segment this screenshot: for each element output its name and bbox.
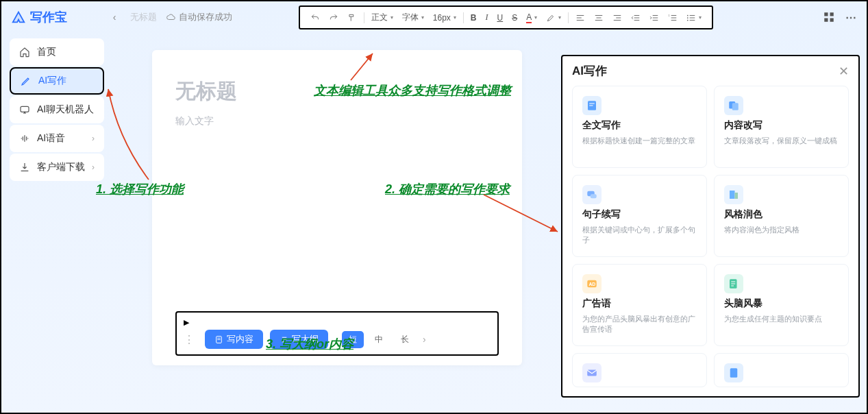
svg-rect-18 <box>587 370 597 376</box>
ai-panel-title: AI写作 <box>572 63 607 79</box>
ai-card-style[interactable]: 风格润色 将内容润色为指定风格 <box>714 175 849 257</box>
ad-icon: AD <box>582 274 602 293</box>
title-input[interactable]: 无标题 <box>175 77 499 106</box>
ai-card-ad[interactable]: AD 广告语 为您的产品头脑风暴出有创意的广告宣传语 <box>572 264 707 346</box>
svg-rect-12 <box>732 103 739 110</box>
redo-button[interactable] <box>327 12 340 24</box>
audio-icon <box>19 133 30 144</box>
length-group: 短 中 长 › <box>342 331 429 348</box>
doc2-icon <box>724 363 743 382</box>
ai-card-brainstorm[interactable]: 头脑风暴 为您生成任何主题的知识要点 <box>714 264 849 346</box>
align-left-button[interactable] <box>573 12 587 24</box>
chevron-right-icon: › <box>92 162 95 172</box>
sidebar-item-label: 客户端下载 <box>37 161 85 173</box>
ai-card-continue[interactable]: 句子续写 根据关键词或中心句，扩展多个句子 <box>572 175 707 257</box>
sidebar-item-download[interactable]: 客户端下载 › <box>10 154 104 181</box>
sidebar-item-ai-voice[interactable]: AI语音 › <box>10 125 104 152</box>
outdent-button[interactable] <box>629 12 643 24</box>
length-short-button[interactable]: 短 <box>342 331 364 348</box>
mail-icon <box>582 363 602 382</box>
indent-button[interactable] <box>647 12 661 24</box>
svg-text:AD: AD <box>589 282 596 287</box>
app-name: 写作宝 <box>30 9 67 25</box>
bullet-list-button[interactable] <box>684 12 704 24</box>
play-icon[interactable]: ▶ <box>184 318 491 327</box>
underline-button[interactable]: U <box>495 12 506 24</box>
body-input[interactable]: 输入文字 <box>175 115 499 127</box>
ai-write-panel: AI写作 ✕ 全文写作 根据标题快速创建一篇完整的文章 内容改写 文章段落改写，… <box>561 55 860 398</box>
chevron-right-icon: › <box>92 134 95 143</box>
sidebar-item-home[interactable]: 首页 <box>10 38 104 66</box>
heading-select[interactable]: 正文 <box>369 10 395 25</box>
ai-card-full-write[interactable]: 全文写作 根据标题快速创建一篇完整的文章 <box>572 86 707 168</box>
editor-toolbar: 正文 字体 16px B I U S A 1 <box>299 5 713 29</box>
align-right-button[interactable] <box>610 12 624 24</box>
app-logo: 写作宝 <box>11 9 67 25</box>
style-icon <box>724 185 743 204</box>
sidebar-item-label: 首页 <box>37 46 56 58</box>
svg-point-8 <box>687 19 689 21</box>
fontsize-select[interactable]: 16px <box>431 12 458 24</box>
format-painter-button[interactable] <box>345 12 359 24</box>
write-outline-button[interactable]: 写大纲 <box>270 330 328 349</box>
svg-point-7 <box>687 17 689 19</box>
length-long-button[interactable]: 长 <box>394 331 416 348</box>
editor-bottom-bar: ▶ ⋮ 写内容 写大纲 短 中 长 › <box>175 311 499 356</box>
home-icon <box>19 47 30 58</box>
length-mid-button[interactable]: 中 <box>368 331 390 348</box>
continue-icon <box>582 185 602 204</box>
back-icon[interactable]: ‹ <box>108 11 121 23</box>
close-icon[interactable]: ✕ <box>839 64 849 79</box>
ai-card-extra2[interactable] <box>714 353 849 387</box>
ai-card-extra1[interactable] <box>572 353 707 387</box>
ai-card-rewrite[interactable]: 内容改写 文章段落改写，保留原义一键成稿 <box>714 86 849 168</box>
download-icon <box>19 162 30 173</box>
write-content-button[interactable]: 写内容 <box>205 330 263 349</box>
sidebar-item-label: AI聊天机器人 <box>37 103 94 116</box>
list-icon <box>280 335 288 344</box>
drag-handle-icon[interactable]: ⋮ <box>184 333 195 346</box>
font-select[interactable]: 字体 <box>400 10 426 25</box>
svg-text:1: 1 <box>669 14 670 16</box>
chat-icon <box>19 104 30 115</box>
rewrite-icon <box>724 96 743 115</box>
sidebar-item-ai-chat[interactable]: AI聊天机器人 <box>10 96 104 123</box>
strike-button[interactable]: S <box>510 12 519 24</box>
bold-button[interactable]: B <box>469 12 479 24</box>
pen-icon <box>21 75 32 86</box>
italic-button[interactable]: I <box>484 11 491 24</box>
ordered-list-button[interactable]: 1 <box>666 12 680 24</box>
sidebar: 首页 AI写作 AI聊天机器人 AI语音 › 客户端下载 › <box>1 33 111 413</box>
text-color-button[interactable]: A <box>524 11 539 25</box>
sidebar-item-label: AI写作 <box>38 75 66 87</box>
doc-blue-icon <box>582 96 602 115</box>
svg-rect-14 <box>591 194 597 198</box>
undo-button[interactable] <box>308 12 322 24</box>
sidebar-item-ai-write[interactable]: AI写作 <box>10 67 104 95</box>
align-center-button[interactable] <box>592 12 606 24</box>
chevron-right-icon[interactable]: › <box>420 334 429 345</box>
svg-rect-19 <box>730 368 738 378</box>
brainstorm-icon <box>724 274 743 293</box>
editor-area[interactable]: 无标题 输入文字 ▶ ⋮ 写内容 写大纲 短 中 <box>152 50 522 365</box>
sidebar-item-label: AI语音 <box>37 132 65 145</box>
svg-point-6 <box>687 14 689 16</box>
highlight-button[interactable] <box>544 12 563 24</box>
doc-icon <box>214 335 223 344</box>
